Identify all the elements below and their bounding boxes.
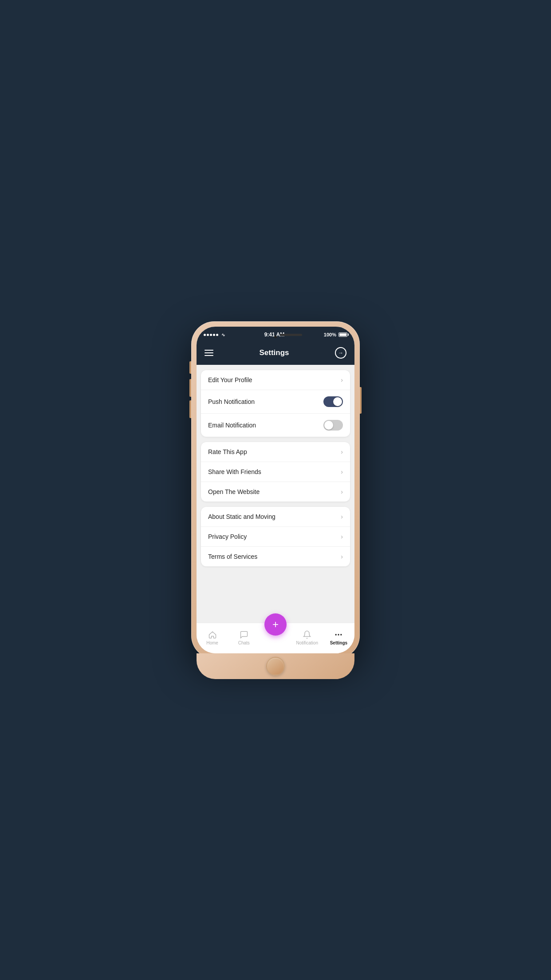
- notification-nav-label: Notification: [296, 640, 318, 645]
- open-website-row[interactable]: Open The Website ›: [201, 482, 350, 502]
- open-website-right: ›: [341, 488, 343, 495]
- bell-icon: [303, 630, 311, 639]
- home-nav-label: Home: [206, 640, 218, 645]
- chevron-icon: ›: [341, 448, 343, 455]
- push-notification-label: Push Notification: [208, 398, 255, 405]
- signal-dot-5: [216, 334, 218, 336]
- nav-home[interactable]: Home: [197, 630, 228, 645]
- open-website-label: Open The Website: [208, 488, 260, 495]
- privacy-policy-right: ›: [341, 533, 343, 540]
- fab-button[interactable]: +: [264, 613, 287, 636]
- rate-app-right: ›: [341, 448, 343, 455]
- hamburger-line-3: [205, 355, 213, 356]
- push-notification-right: [323, 396, 343, 407]
- volume-down-button: [189, 400, 191, 418]
- status-left: ∿: [204, 332, 225, 337]
- status-bar: ∿ 9:41 AM 100%: [197, 327, 354, 343]
- chevron-icon: ›: [341, 513, 343, 520]
- front-camera: [274, 336, 277, 338]
- logout-button[interactable]: →: [335, 347, 346, 359]
- status-right: 100%: [324, 332, 347, 337]
- wifi-icon: ∿: [221, 332, 225, 337]
- app-section: Rate This App › Share With Friends › Ope…: [201, 442, 350, 502]
- home-button[interactable]: [266, 657, 285, 676]
- email-notification-toggle[interactable]: [323, 420, 343, 431]
- signal-dot-4: [213, 334, 215, 336]
- svg-point-1: [338, 634, 339, 635]
- battery-icon: [338, 332, 347, 337]
- terms-label: Terms of Services: [208, 553, 257, 560]
- about-right: ›: [341, 513, 343, 520]
- share-friends-row[interactable]: Share With Friends ›: [201, 462, 350, 482]
- hamburger-line-2: [205, 352, 213, 353]
- email-notification-right: [323, 420, 343, 431]
- hamburger-line-1: [205, 350, 213, 351]
- edit-profile-right: ›: [341, 376, 343, 383]
- logout-icon: →: [338, 350, 343, 356]
- terms-right: ›: [341, 553, 343, 560]
- phone-screen: ∿ 9:41 AM 100% Settings →: [197, 327, 354, 653]
- chevron-icon: ›: [341, 376, 343, 383]
- nav-notification[interactable]: Notification: [291, 630, 323, 645]
- account-section: Edit Your Profile › Push Notification Em…: [201, 370, 350, 437]
- page-title: Settings: [259, 348, 289, 357]
- signal-dot-1: [204, 334, 206, 336]
- signal-dot-3: [210, 334, 212, 336]
- toggle-thumb: [333, 397, 342, 406]
- signal-dot-2: [207, 334, 209, 336]
- share-friends-label: Share With Friends: [208, 468, 261, 475]
- fab-plus-icon: +: [272, 619, 279, 630]
- earpiece-speaker: [280, 334, 302, 336]
- privacy-policy-row[interactable]: Privacy Policy ›: [201, 527, 350, 547]
- about-label: About Static and Moving: [208, 513, 276, 520]
- edit-profile-row[interactable]: Edit Your Profile ›: [201, 370, 350, 390]
- chevron-icon: ›: [341, 533, 343, 540]
- phone-device: ∿ 9:41 AM 100% Settings →: [191, 321, 360, 659]
- email-notification-label: Email Notification: [208, 422, 256, 429]
- chevron-icon: ›: [341, 488, 343, 495]
- volume-up-button: [189, 379, 191, 397]
- home-icon: [208, 630, 217, 639]
- terms-row[interactable]: Terms of Services ›: [201, 547, 350, 566]
- battery-percent: 100%: [324, 332, 336, 337]
- rate-app-row[interactable]: Rate This App ›: [201, 442, 350, 462]
- dots-icon: [334, 630, 343, 639]
- home-button-area: [197, 653, 354, 679]
- power-button: [360, 387, 362, 414]
- chevron-icon: ›: [341, 468, 343, 475]
- about-row[interactable]: About Static and Moving ›: [201, 507, 350, 527]
- share-friends-right: ›: [341, 468, 343, 475]
- push-notification-toggle[interactable]: [323, 396, 343, 407]
- nav-settings[interactable]: Settings: [323, 630, 354, 645]
- chevron-icon: ›: [341, 553, 343, 560]
- svg-point-2: [341, 634, 342, 635]
- rate-app-label: Rate This App: [208, 448, 247, 455]
- push-notification-row[interactable]: Push Notification: [201, 390, 350, 414]
- chats-nav-label: Chats: [238, 640, 250, 645]
- settings-nav-label: Settings: [330, 640, 347, 645]
- privacy-policy-label: Privacy Policy: [208, 533, 247, 540]
- app-header: Settings →: [197, 343, 354, 365]
- fab-container: +: [264, 613, 287, 636]
- battery-tip: [348, 334, 349, 336]
- bottom-navigation: + Home Chats: [197, 623, 354, 653]
- edit-profile-label: Edit Your Profile: [208, 376, 252, 383]
- toggle-thumb-email: [324, 421, 333, 430]
- email-notification-row[interactable]: Email Notification: [201, 414, 350, 437]
- svg-point-0: [335, 634, 337, 635]
- nav-chats[interactable]: Chats: [228, 630, 260, 645]
- signal-bars: [204, 334, 218, 336]
- app-content: Edit Your Profile › Push Notification Em…: [197, 365, 354, 623]
- mute-button: [189, 361, 191, 374]
- menu-button[interactable]: [205, 350, 213, 356]
- chat-icon: [240, 630, 248, 639]
- battery-fill: [339, 333, 346, 336]
- info-section: About Static and Moving › Privacy Policy…: [201, 507, 350, 566]
